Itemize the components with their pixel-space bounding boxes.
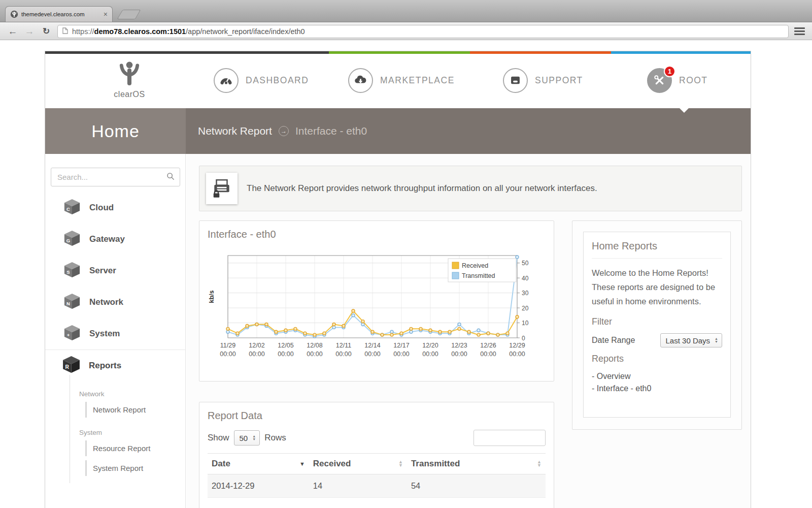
url-text: https://demo78.clearos.com:1501/app/netw… [72,27,305,36]
browser-toolbar: ← → ↻ https://demo78.clearos.com:1501/ap… [0,23,812,40]
sidebar-item-server[interactable]: S Server [45,255,185,287]
date-range-select[interactable]: Last 30 Days ▲▼ [660,333,722,347]
chart-panel-title: Interface - eth0 [199,221,554,245]
interface-chart-panel: Interface - eth0 0102030405011/2900:0012… [199,220,554,382]
home-reports-panel: Home Reports Welcome to the Home Reports… [583,232,731,418]
main-content: The Network Report provides network thro… [186,154,751,508]
report-printer-icon [206,173,238,204]
address-bar[interactable]: https://demo78.clearos.com:1501/app/netw… [57,25,789,38]
nav-support[interactable]: SUPPORT [503,68,583,93]
column-header-transmitted[interactable]: Transmitted▲▼ [407,454,546,474]
sidebar-item-system[interactable]: + System [45,318,185,350]
report-data-title: Report Data [199,402,554,427]
svg-text:00:00: 00:00 [480,351,496,358]
reports-heading: Reports [592,354,722,364]
cell-received: 14 [309,474,407,498]
search-input[interactable] [56,172,166,182]
svg-text:10: 10 [522,320,529,327]
sidebar-menu: C Cloud G Gateway S Server N [45,192,185,350]
filter-heading: Filter [592,316,722,327]
banner-text: The Network Report provides network thro… [247,183,597,194]
gateway-cube-icon: G [63,230,81,249]
svg-text:12/05: 12/05 [278,342,293,349]
show-label: Show [208,433,229,443]
sort-both-icon: ▲▼ [398,460,403,468]
sidebar-item-network[interactable]: N Network [45,287,185,318]
sidebar-search [51,168,180,186]
svg-text:S: S [66,269,70,275]
tree-group-system: System [79,429,185,436]
browser-tab[interactable]: themedevel.clearos.com × [5,6,113,22]
svg-text:30: 30 [522,290,529,297]
back-button[interactable]: ← [7,26,18,36]
svg-text:12/17: 12/17 [393,342,409,349]
tab-close-icon[interactable]: × [104,11,108,18]
header-pointer [680,108,689,113]
table-header-row: Date▼ Received▲▼ Transmitted▲▼ [208,454,546,474]
tree-item-resource-report[interactable]: Resource Report [85,440,185,456]
tree-item-network-report[interactable]: Network Report [85,402,185,418]
cell-transmitted: 54 [407,474,546,498]
table-controls: Show 50 ▲▼ Rows [199,427,554,452]
sidebar-item-gateway[interactable]: G Gateway [45,224,185,255]
clearos-logo[interactable]: clearOS [96,60,163,99]
breadcrumb-bar: Home Network Report → Interface - eth0 [45,108,751,154]
menu-icon[interactable] [794,27,805,35]
svg-text:00:00: 00:00 [364,351,380,358]
svg-text:50: 50 [522,260,529,267]
breadcrumb-home[interactable]: Home [45,108,186,154]
svg-text:kb/s: kb/s [208,290,215,303]
link-overview[interactable]: - Overview [592,370,722,383]
browser-window: themedevel.clearos.com × ← → ↻ https://d… [0,0,812,508]
page-icon [62,27,68,36]
nav-dashboard[interactable]: DASHBOARD [214,68,309,93]
svg-text:Received: Received [462,262,488,269]
sort-both-icon: ▲▼ [537,460,542,468]
tree-item-system-report[interactable]: System Report [85,460,185,476]
svg-text:00:00: 00:00 [451,351,467,358]
svg-text:0: 0 [522,335,525,342]
breadcrumb-page[interactable]: Network Report [198,125,272,137]
nav-marketplace[interactable]: MARKETPLACE [348,68,455,93]
sidebar-item-cloud[interactable]: C Cloud [45,192,185,224]
link-interface-eth0[interactable]: - Interface - eth0 [592,383,722,395]
tab-title: themedevel.clearos.com [21,11,101,17]
svg-text:00:00: 00:00 [509,351,525,358]
table-search-input[interactable] [473,430,546,446]
svg-text:N: N [66,301,70,306]
marketplace-icon [348,68,373,93]
table-row: 2014-12-29 14 54 [208,474,546,498]
svg-text:12/29: 12/29 [509,342,525,349]
sidebar: C Cloud G Gateway S Server N [45,154,186,508]
svg-text:00:00: 00:00 [393,351,409,358]
new-tab-button[interactable] [117,10,141,19]
svg-text:00:00: 00:00 [335,351,351,358]
reports-cube-icon: R [62,355,81,376]
network-cube-icon: N [63,293,81,312]
system-cube-icon: + [63,324,81,343]
clearos-logo-text: clearOS [96,90,163,99]
sort-desc-icon: ▼ [299,461,305,467]
svg-text:00:00: 00:00 [249,351,264,358]
page-body: C Cloud G Gateway S Server N [45,154,751,508]
server-cube-icon: S [63,261,81,280]
svg-text:12/11: 12/11 [336,342,351,349]
svg-text:20: 20 [522,305,529,312]
forward-button[interactable]: → [24,26,35,36]
cell-date: 2014-12-29 [208,474,309,498]
sidebar-item-reports[interactable]: R Reports [45,350,185,381]
page-size-select[interactable]: 50 ▲▼ [234,430,260,446]
app-container: clearOS DASHBOARD MARKETPLACE [45,51,751,508]
reload-button[interactable]: ↻ [41,27,52,36]
column-header-date[interactable]: Date▼ [208,454,309,474]
date-range-row: Date Range Last 30 Days ▲▼ [592,333,722,347]
svg-text:Transmitted: Transmitted [462,272,495,279]
support-icon [503,68,528,93]
site-favicon-icon [10,10,18,18]
browser-tab-strip: themedevel.clearos.com × [0,0,812,22]
svg-text:00:00: 00:00 [278,351,293,358]
column-header-received[interactable]: Received▲▼ [309,454,407,474]
breadcrumb: Network Report → Interface - eth0 [186,108,751,154]
breadcrumb-arrow-icon: → [279,126,289,136]
nav-root[interactable]: 1 ROOT [647,68,708,93]
